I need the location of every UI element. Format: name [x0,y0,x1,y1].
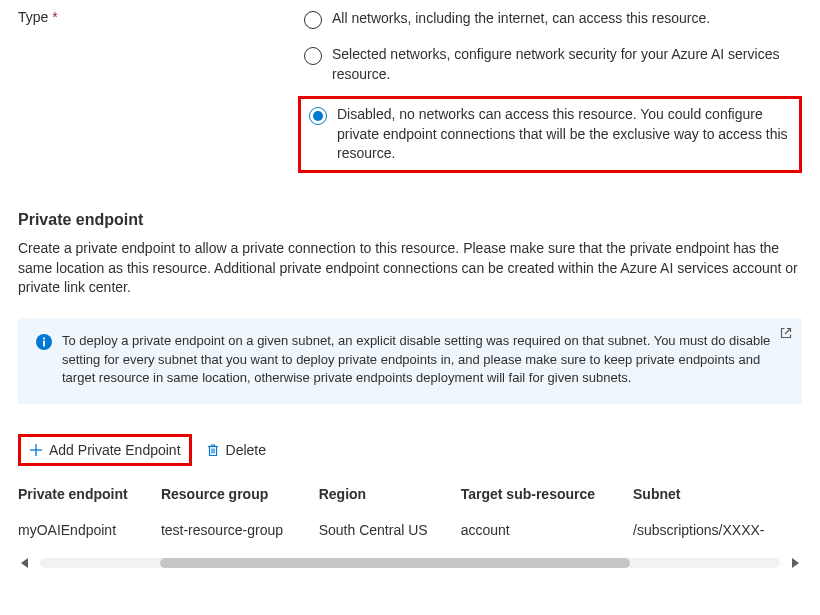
required-indicator: * [52,9,57,25]
cell-rg: test-resource-group [161,512,319,548]
info-text: To deploy a private endpoint on a given … [62,332,784,389]
cell-region: South Central US [319,512,461,548]
delete-button[interactable]: Delete [198,436,274,464]
radio-label: Disabled, no networks can access this re… [337,105,791,164]
radio-all-networks[interactable]: All networks, including the internet, ca… [298,5,802,33]
info-icon [36,334,52,350]
radio-disabled-networks[interactable]: Disabled, no networks can access this re… [298,96,802,173]
table-row[interactable]: myOAIEndpoint test-resource-group South … [18,512,802,548]
info-callout: To deploy a private endpoint on a given … [18,318,802,405]
external-link-icon[interactable] [780,326,792,338]
private-endpoint-description: Create a private endpoint to allow a pri… [18,239,802,298]
col-header-name[interactable]: Private endpoint [18,478,161,512]
scroll-track[interactable] [40,558,780,568]
scroll-thumb[interactable] [160,558,630,568]
delete-button-label: Delete [226,442,266,458]
private-endpoint-heading: Private endpoint [18,211,802,229]
col-header-rg[interactable]: Resource group [161,478,319,512]
cell-subnet: /subscriptions/XXXX- [633,512,802,548]
horizontal-scrollbar[interactable] [18,558,802,568]
svg-marker-8 [792,558,799,568]
scroll-right-arrow-icon[interactable] [788,558,802,568]
radio-indicator [304,11,322,29]
cell-name: myOAIEndpoint [18,512,161,548]
trash-icon [206,443,220,457]
col-header-region[interactable]: Region [319,478,461,512]
col-header-subresource[interactable]: Target sub-resource [461,478,633,512]
radio-indicator [304,47,322,65]
scroll-left-arrow-icon[interactable] [18,558,32,568]
table-header-row: Private endpoint Resource group Region T… [18,478,802,512]
private-endpoints-table: Private endpoint Resource group Region T… [18,478,802,548]
plus-icon [29,443,43,457]
type-field-label: Type* [18,5,298,25]
svg-marker-7 [21,558,28,568]
cell-subresource: account [461,512,633,548]
svg-rect-1 [43,340,45,346]
col-header-subnet[interactable]: Subnet [633,478,802,512]
private-endpoint-toolbar: Add Private Endpoint Delete [18,434,802,466]
radio-label: Selected networks, configure network sec… [332,45,796,84]
radio-label: All networks, including the internet, ca… [332,9,710,29]
network-access-radio-group: All networks, including the internet, ca… [298,5,802,181]
add-private-endpoint-button[interactable]: Add Private Endpoint [18,434,192,466]
radio-selected-networks[interactable]: Selected networks, configure network sec… [298,41,802,88]
add-button-label: Add Private Endpoint [49,442,181,458]
svg-rect-2 [43,337,45,339]
radio-indicator [309,107,327,125]
